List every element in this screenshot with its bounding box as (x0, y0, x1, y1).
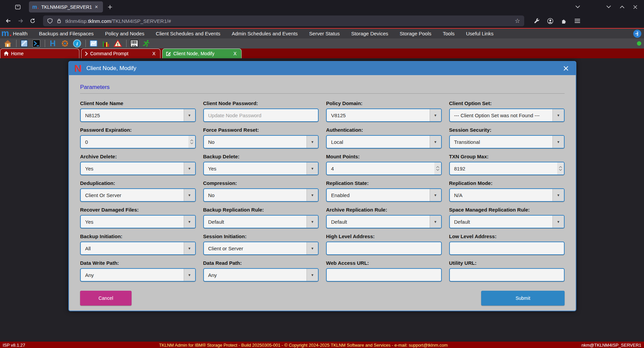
menu-item-client-schedules-and-events[interactable]: Client Schedules and Events (156, 31, 220, 36)
chevron-down-icon[interactable]: ▼ (184, 189, 195, 201)
high-level-address-input[interactable] (326, 242, 442, 255)
chevron-down-icon[interactable]: ▼ (307, 189, 318, 201)
chevron-down-icon[interactable]: ▼ (552, 109, 564, 121)
chevron-down-icon[interactable]: ▼ (307, 136, 318, 148)
policy-domain-select[interactable]: V8125▼ (326, 108, 442, 122)
tab-close-icon[interactable]: ✕ (93, 4, 100, 10)
chevron-down-icon[interactable]: ▼ (552, 189, 564, 201)
chevron-down-icon[interactable]: ▼ (184, 162, 195, 175)
menu-hamburger-icon[interactable] (574, 19, 580, 23)
chart-icon[interactable] (89, 39, 98, 48)
tab-client-node-modify[interactable]: Client Node, ModifyX (162, 49, 242, 58)
extensions-icon[interactable] (561, 18, 567, 24)
menu-item-tools[interactable]: Tools (443, 31, 455, 36)
chevron-down-icon[interactable]: ▼ (430, 216, 441, 228)
chevron-down-icon[interactable]: ▼ (307, 269, 318, 281)
logout-icon[interactable] (633, 30, 641, 38)
replication-mode-select[interactable]: N/A▼ (449, 188, 565, 202)
chevron-down-icon[interactable]: ▼ (184, 216, 195, 228)
backup-replication-rule-select[interactable]: Default▼ (203, 215, 319, 228)
chevron-down-icon[interactable]: ▼ (184, 242, 195, 254)
space-managed-replication-rule-select[interactable]: Default▼ (449, 215, 565, 228)
authentication-select[interactable]: Local▼ (326, 135, 442, 149)
info-icon[interactable]: i (73, 39, 81, 48)
dialog-close-button[interactable] (562, 64, 570, 73)
menu-item-storage-pools[interactable]: Storage Pools (400, 31, 431, 36)
archive-delete-select[interactable]: Yes▼ (80, 162, 196, 175)
utility-url-input[interactable] (449, 268, 565, 282)
force-password-reset-select[interactable]: No▼ (203, 135, 319, 149)
window-minimize-button[interactable] (606, 5, 611, 8)
tab-home[interactable]: Home (0, 49, 79, 58)
backup-delete-select[interactable]: Yes▼ (203, 162, 319, 175)
menu-item-server-status[interactable]: Server Status (309, 31, 340, 36)
submit-button[interactable]: Submit (481, 291, 565, 306)
session-security-select[interactable]: Transitional▼ (449, 135, 565, 149)
firefox-view-icon[interactable] (13, 2, 23, 12)
cancel-button[interactable]: Cancel (80, 291, 132, 306)
txn-group-max-input[interactable]: 8192 (449, 162, 565, 175)
recover-damaged-files-select[interactable]: Yes▼ (80, 215, 196, 228)
activity-icon[interactable] (142, 39, 151, 48)
warning-icon[interactable]: ! (113, 39, 122, 48)
chevron-down-icon[interactable]: ▼ (307, 216, 318, 228)
close-icon[interactable]: X (232, 51, 238, 56)
volume-barcode-icon[interactable]: VOL (130, 39, 139, 48)
client-node-name-select[interactable]: N8125▼ (80, 108, 196, 122)
chevron-down-icon[interactable]: ▼ (552, 216, 564, 228)
menu-item-useful-links[interactable]: Useful Links (466, 31, 494, 36)
spinner[interactable] (188, 136, 195, 148)
menu-item-storage-devices[interactable]: Storage Devices (351, 31, 388, 36)
data-read-path-select[interactable]: Any▼ (203, 268, 319, 282)
spinner[interactable] (434, 162, 441, 175)
browser-tab[interactable]: m. TKLNM4ISP_SERVER1 ✕ (29, 1, 103, 12)
account-icon[interactable] (547, 18, 553, 24)
health-icon[interactable]: H (48, 39, 57, 48)
window-close-button[interactable] (633, 5, 637, 9)
password-expiration-input[interactable]: 0 (80, 135, 196, 149)
web-access-url-input[interactable] (326, 268, 442, 282)
chevron-down-icon[interactable]: ▼ (184, 109, 195, 121)
window-icon[interactable] (20, 39, 29, 48)
tab-list-chevron-icon[interactable] (575, 5, 580, 8)
chevron-down-icon[interactable]: ▼ (430, 189, 441, 201)
bar-chart-icon[interactable] (101, 39, 110, 48)
archive-replication-rule-select[interactable]: Default▼ (326, 215, 442, 228)
chevron-down-icon[interactable]: ▼ (430, 136, 441, 148)
session-initiation-select[interactable]: Client or Server▼ (203, 242, 319, 255)
replication-state-select[interactable]: Enabled▼ (326, 188, 442, 202)
deduplication-select[interactable]: Client Or Server▼ (80, 188, 196, 202)
chevron-down-icon[interactable]: ▼ (430, 109, 441, 121)
menu-item-backups-and-filespaces[interactable]: Backups and Filespaces (39, 31, 94, 36)
spinner[interactable] (557, 162, 564, 175)
backup-initiation-select[interactable]: All▼ (80, 242, 196, 255)
compression-select[interactable]: No▼ (203, 188, 319, 202)
wrench-icon[interactable] (534, 18, 540, 24)
chevron-down-icon[interactable]: ▼ (552, 136, 564, 148)
client-node-password-input[interactable] (203, 108, 319, 122)
client-option-set-select[interactable]: --- Client Option Set was not Found ---▼ (449, 108, 565, 122)
menu-item-health[interactable]: Health (13, 31, 27, 36)
url-bar[interactable]: tklnm4isp.tklnm.com/TKLNM4ISP_SERVER1/# … (43, 15, 524, 26)
data-write-path-select[interactable]: Any▼ (80, 268, 196, 282)
lock-icon[interactable] (56, 18, 62, 24)
new-tab-button[interactable] (108, 5, 112, 9)
low-level-address-input[interactable] (449, 242, 565, 255)
menu-item-policy-and-nodes[interactable]: Policy and Nodes (105, 31, 144, 36)
chevron-down-icon[interactable]: ▼ (307, 242, 318, 254)
tab-command-prompt[interactable]: Command PromptX (81, 49, 160, 58)
chevron-down-icon[interactable]: ▼ (307, 162, 318, 175)
mount-points-input[interactable]: 4 (326, 162, 442, 175)
reload-button[interactable] (28, 16, 38, 26)
close-icon[interactable]: X (151, 51, 157, 56)
chevron-down-icon[interactable]: ▼ (184, 269, 195, 281)
shield-icon[interactable] (47, 18, 53, 24)
terminal-icon[interactable] (32, 39, 41, 48)
window-maximize-button[interactable] (620, 5, 624, 8)
home-icon[interactable] (3, 39, 12, 48)
menu-item-admin-schedules-and-events[interactable]: Admin Schedules and Events (232, 31, 298, 36)
back-button[interactable] (3, 16, 13, 26)
collapse-icon[interactable] (61, 39, 69, 48)
bookmark-star-icon[interactable]: ☆ (515, 17, 520, 25)
forward-button[interactable] (15, 16, 26, 26)
